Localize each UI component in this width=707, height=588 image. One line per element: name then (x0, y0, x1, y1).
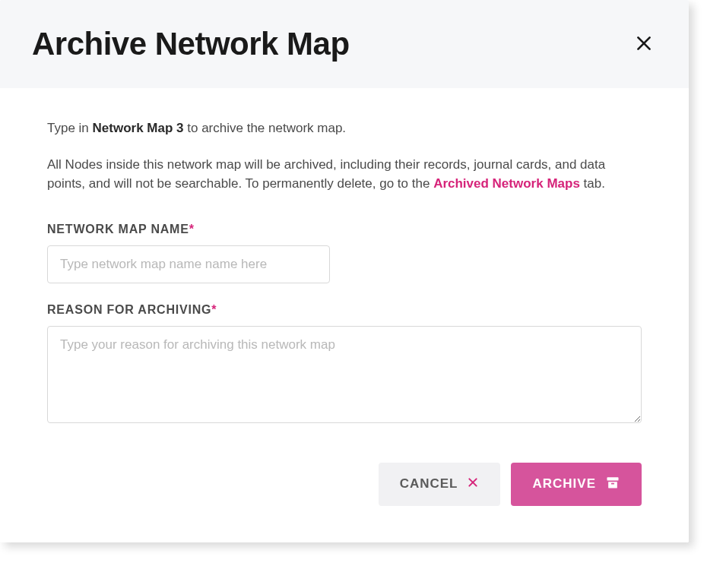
archive-modal: Archive Network Map Type in Network Map … (0, 0, 689, 542)
reason-label: REASON FOR ARCHIVING* (47, 303, 642, 317)
archive-button-label: ARCHIVE (532, 476, 596, 492)
cancel-button[interactable]: CANCEL (379, 463, 501, 506)
description-part2: tab. (580, 176, 605, 191)
modal-header: Archive Network Map (0, 0, 689, 88)
description-text: All Nodes inside this network map will b… (47, 155, 642, 194)
instruction-suffix: to archive the network map. (184, 121, 347, 135)
instruction-prefix: Type in (47, 121, 93, 135)
reason-label-text: REASON FOR ARCHIVING (47, 303, 211, 316)
name-label: NETWORK MAP NAME* (47, 223, 642, 236)
instruction-text: Type in Network Map 3 to archive the net… (47, 119, 642, 138)
modal-footer: CANCEL ARCHIVE (47, 463, 642, 506)
cancel-x-icon (467, 476, 479, 492)
required-asterisk: * (189, 223, 195, 236)
close-icon (634, 33, 654, 55)
archived-maps-link[interactable]: Archived Network Maps (433, 176, 580, 191)
network-map-name-input[interactable] (47, 245, 330, 283)
required-asterisk: * (211, 303, 217, 316)
modal-title: Archive Network Map (32, 26, 350, 62)
reason-form-group: REASON FOR ARCHIVING* (47, 303, 642, 426)
archive-icon (605, 475, 620, 494)
name-label-text: NETWORK MAP NAME (47, 223, 189, 236)
archive-button[interactable]: ARCHIVE (511, 463, 642, 506)
svg-rect-4 (607, 477, 619, 480)
name-form-group: NETWORK MAP NAME* (47, 223, 642, 283)
svg-rect-5 (611, 482, 614, 484)
instruction-bold: Network Map 3 (93, 121, 184, 135)
modal-body: Type in Network Map 3 to archive the net… (0, 88, 689, 542)
close-button[interactable] (631, 30, 657, 58)
reason-textarea[interactable] (47, 326, 642, 423)
cancel-button-label: CANCEL (400, 476, 458, 492)
